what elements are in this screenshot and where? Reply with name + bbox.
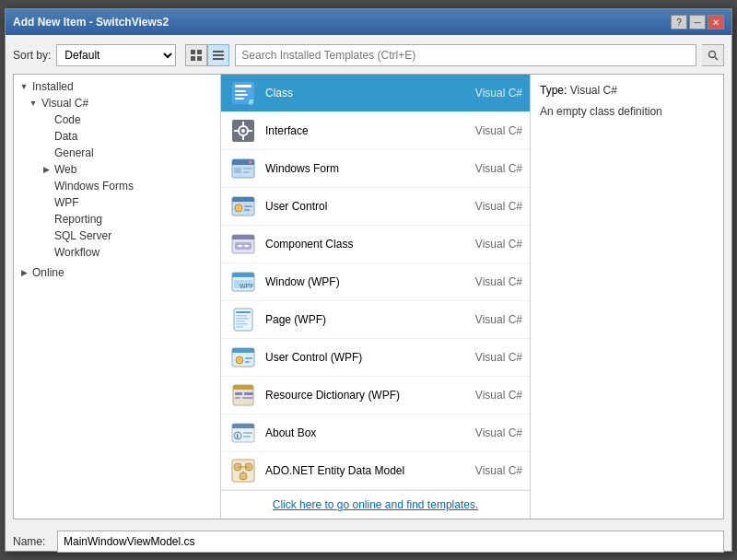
tree-item-web[interactable]: ▶ Web [14,161,220,178]
svg-point-76 [240,472,247,480]
wpfusercontrol-icon [228,343,258,372]
template-name: ADO.NET Entity Data Model [265,464,467,477]
template-item-user-control-wpf[interactable]: User Control (WPF) Visual C# [221,339,530,377]
template-name: Window (WPF) [265,275,467,288]
template-lang: Visual C# [467,162,522,175]
svg-rect-43 [232,275,254,277]
close-button[interactable]: ✕ [708,15,724,29]
tree-item-windows-forms[interactable]: Windows Forms [14,178,220,194]
name-input[interactable] [57,531,724,553]
entity-icon [228,456,258,485]
component-icon [228,229,258,259]
grid-view-button[interactable] [185,44,207,66]
expand-icon: ▼ [29,99,38,108]
tree-item-data[interactable]: Data [14,128,220,145]
title-bar-buttons: ? ─ ✕ [671,15,724,29]
tree-item-installed[interactable]: ▼ Installed [14,78,220,95]
svg-rect-49 [236,318,249,320]
template-lang: Visual C# [467,426,522,439]
svg-point-17 [241,129,245,133]
template-name: Interface [265,124,467,137]
template-list: # Class Visual C# [221,75,530,490]
template-lang: Visual C# [467,313,522,326]
template-lang: Visual C# [467,200,522,213]
svg-rect-40 [244,245,249,247]
svg-rect-72 [243,436,251,438]
type-label: Type: Visual C# [540,84,714,97]
template-name: Windows Form [265,162,467,175]
svg-rect-33 [244,205,252,207]
svg-text:WPF: WPF [240,283,254,289]
online-link[interactable]: Click here to go online and find templat… [273,498,478,511]
svg-text:#: # [249,98,253,106]
template-item-resource-dict[interactable]: Resource Dictionary (WPF) Visual C# [221,377,530,414]
template-name: Page (WPF) [265,313,467,326]
template-name: Class [265,87,467,99]
svg-point-7 [708,52,715,58]
tree-item-wpf[interactable]: WPF [14,194,220,211]
minimize-button[interactable]: ─ [689,15,706,29]
svg-rect-71 [243,432,252,434]
tree-item-workflow[interactable]: Workflow [14,244,220,261]
template-item-page-wpf[interactable]: Page (WPF) Visual C# [221,301,530,339]
wpfpage-icon [228,305,258,334]
tree-item-visual-cs[interactable]: ▼ Visual C# [14,95,220,111]
template-item-windows-form[interactable]: Windows Form Visual C# [221,150,530,188]
tree-item-general[interactable]: General [14,145,220,161]
tree-item-online[interactable]: ▶ Online [14,264,220,281]
tree-item-label: Installed [32,80,74,93]
tree-item-label: Reporting [54,213,102,226]
svg-rect-11 [235,90,246,92]
tree-item-label: Web [54,163,76,176]
search-button[interactable] [702,44,724,66]
tree-item-label: Visual C# [41,97,88,110]
help-button[interactable]: ? [671,15,687,29]
template-item-ado-entity[interactable]: ADO.NET Entity Data Model Visual C# [221,452,530,490]
template-name: Component Class [265,238,467,251]
template-item-user-control[interactable]: User Control Visual C# [221,188,530,226]
svg-rect-62 [235,392,242,395]
svg-rect-55 [232,351,254,353]
template-name: Resource Dictionary (WPF) [265,389,467,402]
tree-item-sql-server[interactable]: SQL Server [14,228,220,244]
svg-text:i: i [237,432,239,440]
search-input[interactable] [235,44,696,66]
svg-rect-31 [232,200,254,202]
svg-rect-5 [213,54,224,56]
main-content: ▼ Installed ▼ Visual C# Code Data G [13,74,724,519]
svg-line-8 [715,57,718,60]
svg-rect-68 [232,426,254,428]
template-lang: Visual C# [467,124,522,137]
template-lang: Visual C# [467,275,522,288]
template-item-class[interactable]: # Class Visual C# [221,75,530,112]
svg-rect-28 [243,171,250,173]
template-name: User Control (WPF) [265,351,467,364]
template-item-window-wpf[interactable]: WPF Window (WPF) Visual C# [221,263,530,301]
list-view-button[interactable] [207,44,229,66]
template-name: User Control [265,200,467,213]
top-bar: Sort by: Default Name Type [13,42,724,68]
tree-item-label: SQL Server [54,229,111,242]
sort-select[interactable]: Default Name Type [56,44,176,66]
svg-rect-12 [235,94,248,96]
svg-rect-50 [236,321,245,322]
tree-item-code[interactable]: Code [14,111,220,128]
svg-rect-39 [238,245,242,247]
svg-rect-58 [245,361,250,363]
template-lang: Visual C# [467,238,522,251]
online-link-section: Click here to go online and find templat… [221,490,530,519]
svg-rect-4 [213,51,224,52]
template-item-interface[interactable]: Interface Visual C# [221,112,530,150]
tree-item-label: WPF [54,196,79,209]
template-lang: Visual C# [467,87,522,99]
svg-rect-3 [197,56,202,61]
right-panel: Type: Visual C# An empty class definitio… [530,75,723,519]
template-item-about-box[interactable]: i About Box Visual C# [221,414,530,452]
template-lang: Visual C# [467,351,522,364]
tree-item-label: Workflow [54,246,99,259]
template-item-component-class[interactable]: Component Class Visual C# [221,226,530,263]
svg-rect-38 [235,242,252,250]
tree-item-reporting[interactable]: Reporting [14,211,220,228]
svg-rect-51 [236,323,248,325]
dialog-title: Add New Item - SwitchViews2 [13,16,169,29]
